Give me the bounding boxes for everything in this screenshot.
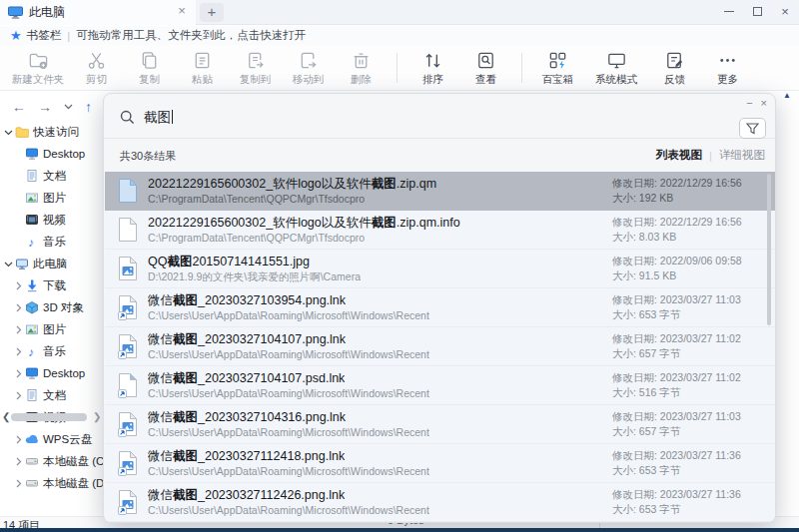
- file-path: C:\Users\User\AppData\Roaming\Microsoft\…: [148, 387, 429, 399]
- chevron-right-icon[interactable]: [13, 325, 24, 334]
- scrollbar-thumb[interactable]: [11, 413, 87, 421]
- sidebar-item-label: 本地磁盘 (D:): [43, 476, 103, 491]
- sidebar-item[interactable]: 本地磁盘 (D:): [0, 472, 103, 494]
- more-button[interactable]: 更多: [701, 47, 754, 89]
- detail-view-tab[interactable]: 详细视图: [719, 148, 765, 163]
- feedback-button[interactable]: 反馈: [648, 47, 701, 89]
- toolbox-button[interactable]: 百宝箱: [531, 47, 584, 89]
- search-result-row[interactable]: 微信截图_20230327104107.psd.lnkC:\Users\User…: [105, 366, 776, 405]
- sidebar-item-label: 快速访问: [33, 125, 79, 140]
- search-input[interactable]: 截图: [144, 109, 173, 127]
- history-chevron-icon[interactable]: [64, 104, 73, 110]
- search-result-row[interactable]: 20221229165600302_软件logo以及软件截图.zip.qmC:\…: [105, 172, 776, 211]
- cut-button[interactable]: 剪切: [70, 47, 123, 89]
- sidebar-item-label: 音乐: [43, 235, 66, 250]
- maximize-button[interactable]: [743, 0, 771, 22]
- image-lnk-file-icon: [118, 411, 138, 441]
- close-button[interactable]: ×: [771, 0, 799, 22]
- toolbar-label: 反馈: [664, 73, 685, 87]
- search-result-row[interactable]: 微信截图_20230327103954.png.lnkC:\Users\User…: [105, 288, 776, 327]
- tab-bar: 此电脑 × + ×: [0, 0, 799, 25]
- chevron-down-icon[interactable]: [3, 128, 14, 137]
- new-tab-button[interactable]: +: [200, 3, 224, 22]
- up-icon[interactable]: ↑: [85, 99, 92, 115]
- tab-close-icon[interactable]: ×: [174, 3, 190, 19]
- chevron-right-icon[interactable]: [13, 369, 24, 378]
- sidebar-item[interactable]: 3D 对象: [0, 296, 103, 318]
- chevron-right-icon[interactable]: [13, 479, 24, 488]
- sidebar-item[interactable]: ♪音乐: [0, 340, 103, 362]
- paste-button[interactable]: 粘贴: [176, 47, 229, 89]
- file-path: C:\Users\User\AppData\Roaming\Microsoft\…: [148, 465, 429, 477]
- search-panel: − × 截图 共30条结果 列表视图 | 详细视图 20221229165600…: [103, 93, 776, 523]
- back-icon[interactable]: ←: [12, 99, 26, 115]
- search-result-row[interactable]: 微信截图_20230327104316.png.lnkC:\Users\User…: [105, 405, 776, 444]
- bookmark-bar[interactable]: ★ 书签栏 | 可拖动常用工具、文件夹到此，点击快速打开: [0, 26, 799, 45]
- feedback-icon: [663, 49, 686, 72]
- minimize-button[interactable]: [715, 0, 743, 22]
- forward-icon[interactable]: →: [38, 99, 52, 115]
- toolbox-icon: [546, 49, 569, 72]
- panel-scrollbar-thumb[interactable]: [767, 174, 771, 325]
- sidebar-item[interactable]: 本地磁盘 (C:): [0, 450, 103, 472]
- sidebar-item[interactable]: 图片: [0, 187, 103, 209]
- file-meta: 修改日期: 2023/03/27 11:36大小: 653 字节: [612, 448, 741, 478]
- file-meta: 修改日期: 2022/09/06 09:58大小: 91.5 KB: [612, 254, 742, 283]
- move-to-icon: [297, 49, 320, 72]
- move-to-button[interactable]: 移动到: [282, 47, 335, 89]
- toolbar-label: 百宝箱: [542, 73, 574, 87]
- file-lnk-file-icon: [118, 372, 138, 402]
- chevron-right-icon[interactable]: [13, 303, 24, 312]
- system-mode-button[interactable]: 系统模式: [584, 47, 648, 89]
- tab-this-pc[interactable]: 此电脑 ×: [0, 0, 196, 25]
- toolbar-label: 系统模式: [595, 73, 637, 87]
- chevron-right-icon[interactable]: [13, 457, 24, 466]
- sidebar-item[interactable]: ♪音乐: [0, 231, 103, 253]
- sidebar-horizontal-scrollbar[interactable]: ❮ ❯: [0, 411, 103, 425]
- sidebar-item-label: 图片: [43, 322, 66, 337]
- file-path: C:\Users\User\AppData\Roaming\Microsoft\…: [148, 426, 429, 438]
- file-manager-window: 此电脑 × + × ★ 书签栏 | 可拖动常用工具、文件夹到此，点击快速打开 新…: [0, 0, 799, 532]
- file-name: 20221229165600302_软件logo以及软件截图.zip.qm: [148, 176, 436, 193]
- sidebar-item[interactable]: Desktop: [0, 143, 103, 165]
- search-result-row[interactable]: 微信截图_20230327104107.png.lnkC:\Users\User…: [105, 327, 776, 366]
- sort-button[interactable]: 排序: [406, 47, 459, 89]
- cloud-icon: [24, 432, 39, 447]
- search-result-row[interactable]: QQ截图20150714141551.jpgD:\2021.9.9的文件夹\我亲…: [105, 250, 776, 288]
- sidebar-item[interactable]: 文档: [0, 384, 103, 406]
- search-result-row[interactable]: 20221229165600302_软件logo以及软件截图.zip.qm.in…: [105, 211, 776, 250]
- sidebar-item[interactable]: WPS云盘: [0, 428, 103, 450]
- search-result-row[interactable]: 微信截图_20230327112418.png.lnkC:\Users\User…: [105, 444, 776, 483]
- new-folder-button[interactable]: 新建文件夹: [6, 47, 70, 89]
- folder-icon: [14, 125, 29, 140]
- search-bar[interactable]: 截图: [104, 94, 775, 139]
- content-scroll-up-icon[interactable]: ▲: [783, 91, 791, 100]
- chevron-right-icon[interactable]: [13, 435, 24, 444]
- delete-icon: [350, 49, 373, 72]
- sidebar-item[interactable]: 视频: [0, 209, 103, 231]
- toolbar-label: 排序: [422, 73, 443, 87]
- view-button[interactable]: 查看: [459, 47, 512, 89]
- scroll-right-icon[interactable]: ❯: [93, 411, 101, 422]
- delete-button[interactable]: 删除: [335, 47, 388, 89]
- file-meta: 修改日期: 2022/12/29 16:56大小: 192 KB: [612, 176, 742, 206]
- sidebar-item[interactable]: 下载: [0, 274, 103, 296]
- sidebar-item[interactable]: 文档: [0, 165, 103, 187]
- system-mode-icon: [605, 49, 628, 72]
- filter-button[interactable]: [739, 118, 766, 139]
- image-lnk-file-icon: [118, 294, 138, 324]
- sidebar-item[interactable]: Desktop: [0, 362, 103, 384]
- list-view-tab[interactable]: 列表视图: [656, 148, 702, 163]
- copy-button[interactable]: 复制: [123, 47, 176, 89]
- copy-to-button[interactable]: 复制到: [229, 47, 282, 89]
- chevron-right-icon[interactable]: [13, 347, 24, 356]
- file-name: 微信截图_20230327104316.png.lnk: [148, 409, 346, 426]
- sidebar-item[interactable]: 图片: [0, 318, 103, 340]
- sidebar-item[interactable]: 此电脑: [0, 253, 103, 274]
- chevron-right-icon[interactable]: [13, 391, 24, 400]
- chevron-right-icon[interactable]: [13, 281, 24, 290]
- search-result-row[interactable]: 微信截图_20230327112426.png.lnkC:\Users\User…: [105, 483, 776, 522]
- chevron-down-icon[interactable]: [3, 260, 14, 268]
- scroll-left-icon[interactable]: ❮: [2, 411, 10, 422]
- sidebar-item[interactable]: 快速访问: [0, 121, 103, 143]
